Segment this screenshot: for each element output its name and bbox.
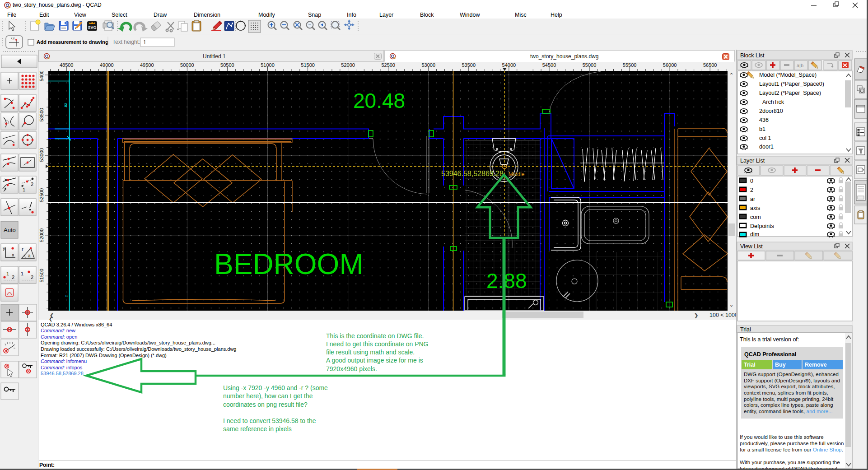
svg-text:B2: B2 — [64, 103, 67, 107]
svg-text:55500: 55500 — [623, 62, 637, 68]
svg-text:entity, command line tools, an: entity, command line tools, and more... — [744, 409, 833, 414]
svg-text:56500: 56500 — [703, 62, 717, 68]
svg-text:49500: 49500 — [140, 62, 154, 68]
svg-text:axis: axis — [750, 205, 760, 211]
svg-text:x,y: x,y — [11, 37, 15, 40]
svg-text:Add measurement to drawing: Add measurement to drawing — [37, 39, 108, 45]
svg-text:If you would like to use this: If you would like to use this software — [740, 434, 824, 440]
svg-text:QCAD Professional: QCAD Professional — [744, 351, 796, 358]
svg-text:54000: 54000 — [39, 71, 44, 81]
svg-text:B: B — [65, 294, 68, 298]
svg-text:54000: 54000 — [502, 62, 516, 68]
svg-text:53500: 53500 — [462, 62, 476, 68]
svg-text:polyline tools, multi page pri: polyline tools, multi page printing, 24b… — [744, 396, 834, 402]
svg-text:20.48: 20.48 — [353, 89, 405, 112]
svg-text:53500: 53500 — [39, 108, 44, 122]
svg-text:2door810: 2door810 — [759, 108, 783, 114]
svg-text:Buy: Buy — [775, 362, 786, 368]
svg-text:With your purchase, you are su: With your purchase, you are supporting t… — [740, 459, 840, 465]
svg-text:49000: 49000 — [100, 62, 114, 68]
svg-text:1: 1 — [23, 187, 25, 192]
svg-text:1: 1 — [6, 271, 9, 276]
svg-text:a: a — [28, 253, 31, 258]
svg-text:Block List: Block List — [740, 52, 765, 59]
svg-text:context menu, splines from fit: context menu, splines from fit points, — [744, 390, 828, 396]
svg-text:View List: View List — [740, 243, 763, 250]
svg-text:52500: 52500 — [39, 188, 44, 202]
svg-text:Trial: Trial — [744, 362, 756, 368]
svg-text:2.88: 2.88 — [486, 269, 527, 293]
svg-text:2: 2 — [750, 187, 753, 193]
svg-text:52000: 52000 — [341, 62, 355, 68]
svg-text:colors, complex line types, pa: colors, complex line types, paste along — [744, 402, 833, 408]
svg-text:55000: 55000 — [583, 62, 597, 68]
svg-text:0: 0 — [750, 178, 753, 184]
svg-text:50000: 50000 — [180, 62, 194, 68]
svg-text:54500: 54500 — [542, 62, 556, 68]
svg-text:col 1: col 1 — [759, 135, 771, 141]
svg-text:52000: 52000 — [39, 228, 44, 242]
svg-text:b1: b1 — [759, 126, 765, 132]
svg-text:r: r — [22, 247, 23, 252]
svg-text:51500: 51500 — [301, 62, 315, 68]
svg-text:Middle: Middle — [509, 171, 525, 177]
svg-text:Auto: Auto — [4, 227, 16, 233]
svg-text:ar: ar — [750, 196, 755, 202]
svg-text:Layout2 (*Paper_Space): Layout2 (*Paper_Space) — [759, 90, 821, 96]
svg-text:50500: 50500 — [220, 62, 234, 68]
svg-text:x: x — [12, 252, 14, 257]
svg-text:52500: 52500 — [381, 62, 395, 68]
svg-text:2: 2 — [12, 275, 14, 280]
svg-text:51500: 51500 — [39, 269, 44, 283]
svg-text:2: 2 — [31, 275, 33, 280]
svg-text:DWG support (OpenDesign®), enh: DWG support (OpenDesign®), enhanced — [744, 372, 839, 377]
svg-text:51000: 51000 — [261, 62, 275, 68]
svg-text:y: y — [3, 246, 5, 251]
svg-text:a|b: a|b — [797, 63, 803, 68]
svg-text:Layer List: Layer List — [740, 158, 765, 164]
svg-text:door1: door1 — [759, 144, 774, 150]
svg-text:Remove: Remove — [805, 362, 827, 368]
svg-text:DXF support (OpenDesign®), lay: DXF support (OpenDesign®), layouts and — [744, 378, 840, 383]
svg-text:future development of QCAD Pro: future development of QCAD Professional — [740, 465, 837, 469]
svg-text:BEDROOM: BEDROOM — [214, 248, 364, 280]
svg-text:53000: 53000 — [39, 148, 44, 162]
svg-text:This is a trial version of:: This is a trial version of: — [740, 336, 799, 343]
svg-text:Defpoints: Defpoints — [750, 223, 774, 229]
svg-text:436: 436 — [759, 117, 769, 123]
svg-text:48500: 48500 — [60, 62, 74, 68]
svg-text:viewports, SVG export, block a: viewports, SVG export, block attributes, — [744, 384, 835, 389]
svg-text:for a small license fee from o: for a small license fee from our Online … — [740, 447, 843, 452]
svg-text:2: 2 — [31, 181, 33, 187]
svg-text:_ArchTick: _ArchTick — [759, 99, 784, 105]
svg-text:Model (*Model_Space): Model (*Model_Space) — [759, 72, 817, 78]
svg-text:Trial: Trial — [740, 326, 751, 333]
svg-text:53946.58,52869.28: 53946.58,52869.28 — [441, 170, 504, 177]
svg-text:com: com — [750, 214, 761, 220]
svg-text:56000: 56000 — [663, 62, 677, 68]
svg-text:SVG: SVG — [88, 25, 96, 30]
svg-text:Layout1 (*Paper_Space0): Layout1 (*Paper_Space0) — [759, 81, 824, 87]
svg-text:1: 1 — [21, 271, 23, 276]
svg-text:productively, please purchase: productively, please purchase the full v… — [740, 440, 844, 446]
svg-text:1: 1 — [143, 39, 146, 46]
svg-text:Text height:: Text height: — [112, 39, 140, 45]
svg-text:53000: 53000 — [422, 62, 436, 68]
svg-text:dim: dim — [750, 231, 759, 237]
